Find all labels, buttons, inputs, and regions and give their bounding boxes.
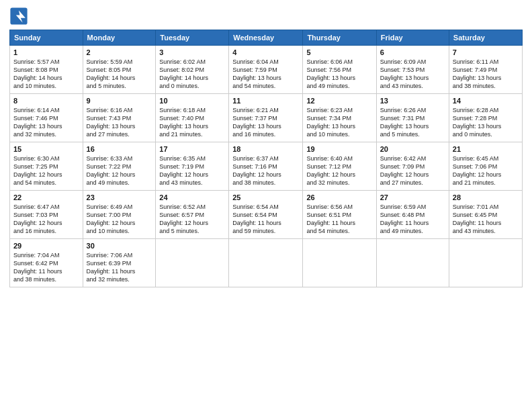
col-header-thursday: Thursday — [303, 30, 376, 46]
day-cell: 12Sunrise: 6:23 AMSunset: 7:34 PMDayligh… — [303, 94, 376, 142]
day-cell — [449, 239, 522, 287]
day-number: 15 — [13, 145, 79, 153]
day-info: Sunrise: 6:02 AMSunset: 8:02 PMDaylight:… — [159, 58, 225, 91]
day-cell: 8Sunrise: 6:14 AMSunset: 7:46 PMDaylight… — [10, 94, 83, 142]
week-row-4: 22Sunrise: 6:47 AMSunset: 7:03 PMDayligh… — [10, 191, 523, 239]
page: SundayMondayTuesdayWednesdayThursdayFrid… — [0, 0, 532, 411]
day-cell: 1Sunrise: 5:57 AMSunset: 8:08 PMDaylight… — [10, 46, 83, 94]
day-info: Sunrise: 6:47 AMSunset: 7:03 PMDaylight:… — [13, 203, 79, 236]
logo-icon — [9, 7, 28, 26]
day-info: Sunrise: 6:23 AMSunset: 7:34 PMDaylight:… — [306, 106, 372, 139]
week-row-3: 15Sunrise: 6:30 AMSunset: 7:25 PMDayligh… — [10, 142, 523, 191]
day-number: 9 — [87, 97, 152, 105]
day-info: Sunrise: 6:28 AMSunset: 7:28 PMDaylight:… — [453, 106, 519, 139]
day-info: Sunrise: 6:56 AMSunset: 6:51 PMDaylight:… — [306, 203, 372, 236]
week-row-1: 1Sunrise: 5:57 AMSunset: 8:08 PMDaylight… — [10, 46, 523, 94]
day-cell: 17Sunrise: 6:35 AMSunset: 7:19 PMDayligh… — [156, 142, 229, 191]
col-header-saturday: Saturday — [449, 30, 522, 46]
day-info: Sunrise: 6:04 AMSunset: 7:59 PMDaylight:… — [232, 58, 299, 91]
day-number: 30 — [87, 242, 152, 250]
day-cell: 24Sunrise: 6:52 AMSunset: 6:57 PMDayligh… — [156, 191, 229, 239]
day-info: Sunrise: 6:35 AMSunset: 7:19 PMDaylight:… — [159, 154, 225, 187]
day-number: 19 — [306, 145, 372, 153]
day-number: 16 — [87, 145, 152, 153]
day-number: 25 — [232, 193, 299, 201]
day-cell: 13Sunrise: 6:26 AMSunset: 7:31 PMDayligh… — [376, 94, 449, 142]
day-cell: 29Sunrise: 7:04 AMSunset: 6:42 PMDayligh… — [10, 239, 83, 287]
day-cell: 2Sunrise: 5:59 AMSunset: 8:05 PMDaylight… — [83, 46, 156, 94]
week-row-2: 8Sunrise: 6:14 AMSunset: 7:46 PMDaylight… — [10, 94, 523, 142]
day-cell: 21Sunrise: 6:45 AMSunset: 7:06 PMDayligh… — [449, 142, 522, 191]
day-number: 17 — [159, 145, 225, 153]
day-cell — [229, 239, 303, 287]
day-info: Sunrise: 7:01 AMSunset: 6:45 PMDaylight:… — [453, 203, 519, 236]
day-info: Sunrise: 6:21 AMSunset: 7:37 PMDaylight:… — [232, 106, 299, 139]
day-cell: 5Sunrise: 6:06 AMSunset: 7:56 PMDaylight… — [303, 46, 376, 94]
day-number: 2 — [87, 48, 152, 56]
day-cell: 3Sunrise: 6:02 AMSunset: 8:02 PMDaylight… — [156, 46, 229, 94]
week-row-5: 29Sunrise: 7:04 AMSunset: 6:42 PMDayligh… — [10, 239, 523, 287]
day-number: 12 — [306, 97, 372, 105]
day-info: Sunrise: 6:37 AMSunset: 7:16 PMDaylight:… — [232, 154, 299, 187]
day-number: 3 — [159, 48, 225, 56]
day-number: 11 — [232, 97, 299, 105]
day-number: 14 — [453, 97, 519, 105]
day-info: Sunrise: 6:45 AMSunset: 7:06 PMDaylight:… — [453, 154, 519, 187]
day-number: 23 — [87, 193, 152, 201]
day-number: 24 — [159, 193, 225, 201]
day-info: Sunrise: 6:14 AMSunset: 7:46 PMDaylight:… — [13, 106, 79, 139]
day-number: 18 — [232, 145, 299, 153]
day-info: Sunrise: 7:04 AMSunset: 6:42 PMDaylight:… — [13, 251, 79, 284]
day-info: Sunrise: 6:06 AMSunset: 7:56 PMDaylight:… — [306, 58, 372, 91]
day-number: 21 — [453, 145, 519, 153]
day-cell: 19Sunrise: 6:40 AMSunset: 7:12 PMDayligh… — [303, 142, 376, 191]
day-number: 29 — [13, 242, 79, 250]
day-info: Sunrise: 6:18 AMSunset: 7:40 PMDaylight:… — [159, 106, 225, 139]
day-cell: 14Sunrise: 6:28 AMSunset: 7:28 PMDayligh… — [449, 94, 522, 142]
day-number: 27 — [380, 193, 445, 201]
day-number: 13 — [380, 97, 445, 105]
day-number: 20 — [380, 145, 445, 153]
day-info: Sunrise: 6:49 AMSunset: 7:00 PMDaylight:… — [87, 203, 152, 236]
logo — [9, 7, 31, 26]
day-cell — [376, 239, 449, 287]
col-header-tuesday: Tuesday — [156, 30, 229, 46]
calendar-table: SundayMondayTuesdayWednesdayThursdayFrid… — [9, 30, 523, 287]
day-number: 1 — [13, 48, 79, 56]
day-cell: 28Sunrise: 7:01 AMSunset: 6:45 PMDayligh… — [449, 191, 522, 239]
col-header-monday: Monday — [83, 30, 156, 46]
day-info: Sunrise: 6:40 AMSunset: 7:12 PMDaylight:… — [306, 154, 372, 187]
col-header-sunday: Sunday — [10, 30, 83, 46]
col-header-friday: Friday — [376, 30, 449, 46]
day-cell: 20Sunrise: 6:42 AMSunset: 7:09 PMDayligh… — [376, 142, 449, 191]
day-number: 8 — [13, 97, 79, 105]
day-info: Sunrise: 5:57 AMSunset: 8:08 PMDaylight:… — [13, 58, 79, 91]
calendar-header-row: SundayMondayTuesdayWednesdayThursdayFrid… — [10, 30, 523, 46]
day-info: Sunrise: 6:09 AMSunset: 7:53 PMDaylight:… — [380, 58, 445, 91]
day-info: Sunrise: 6:11 AMSunset: 7:49 PMDaylight:… — [453, 58, 519, 91]
day-number: 4 — [232, 48, 299, 56]
header — [9, 7, 523, 26]
day-cell: 27Sunrise: 6:59 AMSunset: 6:48 PMDayligh… — [376, 191, 449, 239]
day-cell: 16Sunrise: 6:33 AMSunset: 7:22 PMDayligh… — [83, 142, 156, 191]
day-cell — [156, 239, 229, 287]
col-header-wednesday: Wednesday — [229, 30, 303, 46]
day-cell: 23Sunrise: 6:49 AMSunset: 7:00 PMDayligh… — [83, 191, 156, 239]
day-cell: 26Sunrise: 6:56 AMSunset: 6:51 PMDayligh… — [303, 191, 376, 239]
day-info: Sunrise: 6:52 AMSunset: 6:57 PMDaylight:… — [159, 203, 225, 236]
day-cell: 7Sunrise: 6:11 AMSunset: 7:49 PMDaylight… — [449, 46, 522, 94]
day-info: Sunrise: 6:30 AMSunset: 7:25 PMDaylight:… — [13, 154, 79, 187]
day-cell — [303, 239, 376, 287]
day-info: Sunrise: 6:26 AMSunset: 7:31 PMDaylight:… — [380, 106, 445, 139]
day-cell: 18Sunrise: 6:37 AMSunset: 7:16 PMDayligh… — [229, 142, 303, 191]
day-info: Sunrise: 5:59 AMSunset: 8:05 PMDaylight:… — [87, 58, 152, 91]
day-info: Sunrise: 6:16 AMSunset: 7:43 PMDaylight:… — [87, 106, 152, 139]
day-cell: 10Sunrise: 6:18 AMSunset: 7:40 PMDayligh… — [156, 94, 229, 142]
day-cell: 9Sunrise: 6:16 AMSunset: 7:43 PMDaylight… — [83, 94, 156, 142]
day-cell: 15Sunrise: 6:30 AMSunset: 7:25 PMDayligh… — [10, 142, 83, 191]
day-cell: 11Sunrise: 6:21 AMSunset: 7:37 PMDayligh… — [229, 94, 303, 142]
day-number: 7 — [453, 48, 519, 56]
day-info: Sunrise: 6:42 AMSunset: 7:09 PMDaylight:… — [380, 154, 445, 187]
day-info: Sunrise: 7:06 AMSunset: 6:39 PMDaylight:… — [87, 251, 152, 284]
day-number: 6 — [380, 48, 445, 56]
